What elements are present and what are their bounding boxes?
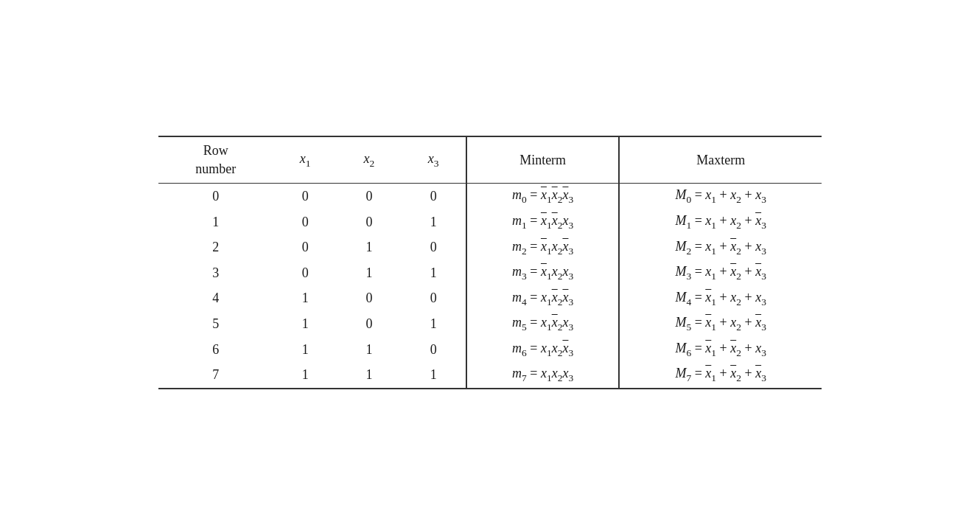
x2-3: 1 xyxy=(337,260,402,286)
minterm-2: m2 = x1x2x3 xyxy=(466,235,619,261)
table-row: 0 0 0 0 m0 = x1x2x3 M0 = x1 + x2 + x3 xyxy=(158,184,822,209)
x3-4: 0 xyxy=(401,286,466,312)
minterm-7: m7 = x1x2x3 xyxy=(466,362,619,388)
maxterm-4: M4 = x1 + x2 + x3 xyxy=(619,286,822,312)
table-row: 6 1 1 0 m6 = x1x2x3 M6 = x1 + x2 + x3 xyxy=(158,337,822,363)
table-row: 4 1 0 0 m4 = x1x2x3 M4 = x1 + x2 + x3 xyxy=(158,286,822,312)
x1-5: 1 xyxy=(273,311,337,337)
x1-2: 0 xyxy=(273,235,337,261)
table-row: 2 0 1 0 m2 = x1x2x3 M2 = x1 + x2 + x3 xyxy=(158,235,822,261)
row-number-7: 7 xyxy=(158,362,273,388)
minterm-3: m3 = x1x2x3 xyxy=(466,260,619,286)
x3-3: 1 xyxy=(401,260,466,286)
row-number-6: 6 xyxy=(158,337,273,363)
x1-7: 1 xyxy=(273,362,337,388)
minterm-0: m0 = x1x2x3 xyxy=(466,184,619,209)
x1-1: 0 xyxy=(273,209,337,235)
x1-3: 0 xyxy=(273,260,337,286)
row-number-1: 1 xyxy=(158,209,273,235)
row-number-3: 3 xyxy=(158,260,273,286)
maxterm-6: M6 = x1 + x2 + x3 xyxy=(619,337,822,363)
x2-1: 0 xyxy=(337,209,402,235)
table-row: 7 1 1 1 m7 = x1x2x3 M7 = x1 + x2 + x3 xyxy=(158,362,822,388)
col-header-minterm: Minterm xyxy=(466,137,619,184)
col-header-x3: x3 xyxy=(401,137,466,184)
col-header-x1: x1 xyxy=(273,137,337,184)
row-number-5: 5 xyxy=(158,311,273,337)
col-header-maxterm: Maxterm xyxy=(619,137,822,184)
row-number-2: 2 xyxy=(158,235,273,261)
x3-2: 0 xyxy=(401,235,466,261)
x3-6: 0 xyxy=(401,337,466,363)
maxterm-5: M5 = x1 + x2 + x3 xyxy=(619,311,822,337)
x2-4: 0 xyxy=(337,286,402,312)
maxterm-1: M1 = x1 + x2 + x3 xyxy=(619,209,822,235)
maxterm-0: M0 = x1 + x2 + x3 xyxy=(619,184,822,209)
minterm-5: m5 = x1x2x3 xyxy=(466,311,619,337)
col-header-row-number: Rownumber xyxy=(158,137,273,184)
x1-0: 0 xyxy=(273,184,337,209)
row-number-0: 0 xyxy=(158,184,273,209)
x1-6: 1 xyxy=(273,337,337,363)
x2-7: 1 xyxy=(337,362,402,388)
main-table-wrapper: Rownumber x1 x2 x3 Minterm Maxterm 0 0 0… xyxy=(158,136,822,389)
maxterm-3: M3 = x1 + x2 + x3 xyxy=(619,260,822,286)
x3-0: 0 xyxy=(401,184,466,209)
x3-1: 1 xyxy=(401,209,466,235)
header-row: Rownumber x1 x2 x3 Minterm Maxterm xyxy=(158,137,822,184)
table-row: 5 1 0 1 m5 = x1x2x3 M5 = x1 + x2 + x3 xyxy=(158,311,822,337)
x2-2: 1 xyxy=(337,235,402,261)
x3-7: 1 xyxy=(401,362,466,388)
minterm-maxterm-table: Rownumber x1 x2 x3 Minterm Maxterm 0 0 0… xyxy=(158,137,822,388)
maxterm-2: M2 = x1 + x2 + x3 xyxy=(619,235,822,261)
table-row: 1 0 0 1 m1 = x1x2x3 M1 = x1 + x2 + x3 xyxy=(158,209,822,235)
col-header-x2: x2 xyxy=(337,137,402,184)
table-row: 3 0 1 1 m3 = x1x2x3 M3 = x1 + x2 + x3 xyxy=(158,260,822,286)
x3-5: 1 xyxy=(401,311,466,337)
minterm-6: m6 = x1x2x3 xyxy=(466,337,619,363)
x1-4: 1 xyxy=(273,286,337,312)
maxterm-7: M7 = x1 + x2 + x3 xyxy=(619,362,822,388)
x2-6: 1 xyxy=(337,337,402,363)
minterm-4: m4 = x1x2x3 xyxy=(466,286,619,312)
row-number-4: 4 xyxy=(158,286,273,312)
x2-5: 0 xyxy=(337,311,402,337)
minterm-1: m1 = x1x2x3 xyxy=(466,209,619,235)
x2-0: 0 xyxy=(337,184,402,209)
